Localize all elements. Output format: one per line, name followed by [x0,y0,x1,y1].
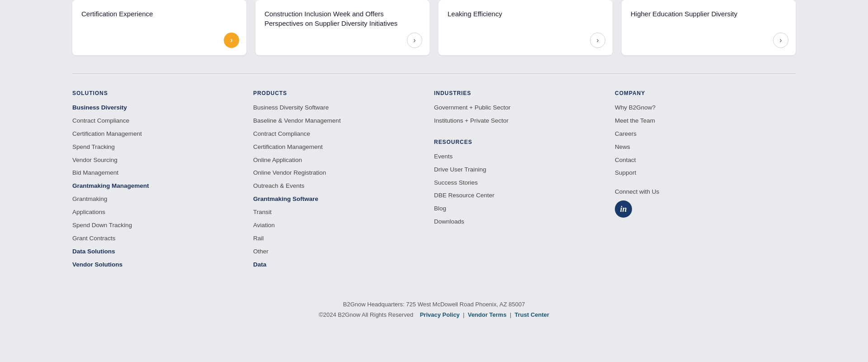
company-link-news[interactable]: News [615,143,630,150]
solutions-link-grantmaking-management[interactable]: Grantmaking Management [72,182,149,189]
solutions-link-contract-compliance[interactable]: Contract Compliance [72,117,129,124]
list-item: Downloads [434,218,615,226]
list-item: Online Application [253,156,434,165]
card-1-title: Certification Experience [81,9,237,19]
cards-section: Certification Experience › Construction … [0,0,868,73]
linkedin-button[interactable]: in [615,200,632,218]
products-col: PRODUCTS Business Diversity Software Bas… [253,90,434,274]
card-3-title: Leaking Efficiency [448,9,604,19]
privacy-policy-link[interactable]: Privacy Policy [420,311,460,318]
industries-link-institutions[interactable]: Institutions + Private Sector [434,117,509,124]
industries-header: INDUSTRIES [434,90,615,96]
company-link-careers[interactable]: Careers [615,130,637,137]
list-item: News [615,143,796,152]
list-item: Grant Contracts [72,234,253,243]
list-item: Institutions + Private Sector [434,117,615,125]
card-4: Higher Education Supplier Diversity › [622,0,796,55]
products-link-aviation[interactable]: Aviation [253,222,275,229]
company-link-support[interactable]: Support [615,169,636,176]
list-item: Events [434,152,615,161]
card-2-arrow[interactable]: › [407,33,422,48]
products-link-baseline-vendor-management[interactable]: Baseline & Vendor Management [253,117,341,124]
card-3: Leaking Efficiency › [439,0,613,55]
company-link-meet-the-team[interactable]: Meet the Team [615,117,655,124]
products-link-outreach-events[interactable]: Outreach & Events [253,182,304,189]
headquarters-text: B2Gnow Headquarters: 725 West McDowell R… [72,299,796,310]
products-list: Business Diversity Software Baseline & V… [253,104,434,269]
solutions-link-spend-down-tracking[interactable]: Spend Down Tracking [72,222,132,229]
card-1-arrow[interactable]: › [224,33,239,48]
solutions-link-grant-contracts[interactable]: Grant Contracts [72,235,115,242]
list-item: Grantmaking Management [72,182,253,191]
company-link-contact[interactable]: Contact [615,157,636,163]
company-link-why-b2gnow[interactable]: Why B2Gnow? [615,104,656,111]
list-item: Transit [253,208,434,217]
list-item: Business Diversity Software [253,104,434,112]
card-4-arrow[interactable]: › [773,33,788,48]
copyright-links: ©2024 B2Gnow All Rights Reserved Privacy… [72,310,796,320]
industries-link-government[interactable]: Government + Public Sector [434,104,510,111]
list-item: Why B2Gnow? [615,104,796,112]
solutions-col: SOLUTIONS Business Diversity Contract Co… [72,90,253,274]
solutions-link-data-solutions[interactable]: Data Solutions [72,248,115,255]
products-link-other[interactable]: Other [253,248,269,255]
list-item: Spend Tracking [72,143,253,152]
footer-divider [72,73,796,74]
list-item: Aviation [253,221,434,230]
resources-link-blog[interactable]: Blog [434,205,446,212]
list-item: Careers [615,130,796,138]
list-item: Government + Public Sector [434,104,615,112]
resources-list: Events Drive User Training Success Stori… [434,152,615,226]
list-item: Vendor Solutions [72,261,253,269]
company-list: Why B2Gnow? Meet the Team Careers News C… [615,104,796,177]
card-4-title: Higher Education Supplier Diversity [631,9,787,19]
card-3-arrow[interactable]: › [590,33,605,48]
products-link-business-diversity-software[interactable]: Business Diversity Software [253,104,329,111]
resources-link-events[interactable]: Events [434,153,453,160]
list-item: Support [615,169,796,177]
solutions-link-grantmaking[interactable]: Grantmaking [72,195,107,202]
list-item: Data [253,261,434,269]
list-item: Data Solutions [72,248,253,256]
solutions-list: Business Diversity Contract Compliance C… [72,104,253,269]
list-item: DBE Resource Center [434,191,615,200]
list-item: Vendor Sourcing [72,156,253,165]
resources-link-success-stories[interactable]: Success Stories [434,179,478,186]
list-item: Contract Compliance [253,130,434,138]
solutions-link-certification-management[interactable]: Certification Management [72,130,142,137]
list-item: Grantmaking Software [253,195,434,204]
industries-resources-col: INDUSTRIES Government + Public Sector In… [434,90,615,274]
solutions-link-vendor-solutions[interactable]: Vendor Solutions [72,261,123,268]
products-link-certification-management[interactable]: Certification Management [253,143,323,150]
products-link-data[interactable]: Data [253,261,266,268]
solutions-link-applications[interactable]: Applications [72,209,105,215]
resources-link-drive-user-training[interactable]: Drive User Training [434,166,486,173]
list-item: Certification Management [253,143,434,152]
trust-center-link[interactable]: Trust Center [514,311,549,318]
list-item: Blog [434,205,615,213]
list-item: Rail [253,234,434,243]
solutions-link-spend-tracking[interactable]: Spend Tracking [72,143,115,150]
company-col: COMPANY Why B2Gnow? Meet the Team Career… [615,90,796,274]
products-link-online-application[interactable]: Online Application [253,157,302,163]
products-link-online-vendor-registration[interactable]: Online Vendor Registration [253,169,326,176]
list-item: Outreach & Events [253,182,434,191]
vendor-terms-link[interactable]: Vendor Terms [468,311,507,318]
resources-link-dbe-resource-center[interactable]: DBE Resource Center [434,192,495,199]
solutions-header: SOLUTIONS [72,90,253,96]
solutions-link-vendor-sourcing[interactable]: Vendor Sourcing [72,157,118,163]
list-item: Baseline & Vendor Management [253,117,434,125]
list-item: Contract Compliance [72,117,253,125]
products-header: PRODUCTS [253,90,434,96]
products-link-rail[interactable]: Rail [253,235,264,242]
solutions-link-bid-management[interactable]: Bid Management [72,169,118,176]
card-2: Construction Inclusion Week and Offers P… [255,0,429,55]
list-item: Certification Management [72,130,253,138]
products-link-transit[interactable]: Transit [253,209,272,215]
resources-link-downloads[interactable]: Downloads [434,218,464,225]
products-link-grantmaking-software[interactable]: Grantmaking Software [253,195,318,202]
products-link-contract-compliance[interactable]: Contract Compliance [253,130,310,137]
list-item: Meet the Team [615,117,796,125]
footer-bottom: B2Gnow Headquarters: 725 West McDowell R… [0,292,868,329]
solutions-link-business-diversity[interactable]: Business Diversity [72,104,127,111]
